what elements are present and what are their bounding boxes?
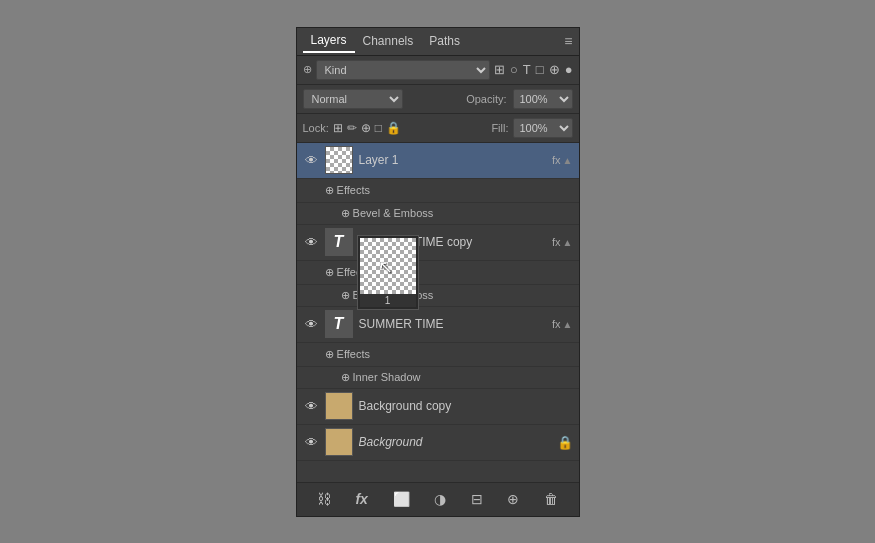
thumb-summer: T — [325, 310, 353, 338]
visibility-layer1[interactable]: 👁 — [303, 151, 321, 169]
thumb-summer-copy: T — [325, 228, 353, 256]
tab-channels[interactable]: Channels — [355, 30, 422, 52]
layers-list: 👁 Layer 1 fx ▲ ⊕ Effects ⊕ Bevel & Embos… — [297, 143, 579, 482]
filter-row: ⊕ Kind ⊞ ○ T □ ⊕ ● — [297, 56, 579, 85]
bevel-label-layer1: Bevel & Emboss — [353, 207, 434, 219]
layer-name-layer1: Layer 1 — [359, 153, 553, 167]
thumb-layer1 — [325, 146, 353, 174]
layer-name-bg-copy: Background copy — [359, 399, 573, 413]
effects-label-layer1: Effects — [337, 184, 370, 196]
delete-layer-icon[interactable]: 🗑 — [540, 489, 562, 509]
lock-icon-all[interactable]: 🔒 — [386, 121, 401, 135]
filter-icon-circle[interactable]: ○ — [510, 62, 518, 77]
effects-label-sc: Effects — [337, 266, 370, 278]
filter-icon-shape[interactable]: □ — [536, 62, 544, 77]
filter-icon-smart[interactable]: ● — [565, 62, 573, 77]
visibility-bg-copy[interactable]: 👁 — [303, 397, 321, 415]
fx-badge-summer: fx — [552, 318, 561, 330]
layer-item-bg-copy[interactable]: 👁 Background copy — [297, 389, 579, 425]
filter-kind-select[interactable]: Kind — [316, 60, 490, 80]
visibility-summer-copy[interactable]: 👁 — [303, 233, 321, 251]
layer-name-bg: Background — [359, 435, 557, 449]
fx-badge-layer1: fx — [552, 154, 561, 166]
inner-shadow-label: Inner Shadow — [353, 371, 421, 383]
tab-layers[interactable]: Layers — [303, 29, 355, 53]
layer-sub-innershadow-summer: ⊕ Inner Shadow — [297, 367, 579, 389]
filter-icon-grid[interactable]: ⊞ — [494, 62, 505, 77]
blend-mode-select[interactable]: Normal — [303, 89, 403, 109]
inner-shadow-icon: ⊕ — [341, 371, 350, 384]
fill-select[interactable]: 100% — [513, 118, 573, 138]
fill-label: Fill: — [491, 122, 508, 134]
filter-icon-adj[interactable]: ⊕ — [549, 62, 560, 77]
effects-label-s: Effects — [337, 348, 370, 360]
add-mask-icon[interactable]: ⬜ — [389, 489, 414, 509]
new-group-icon[interactable]: ⊟ — [467, 489, 487, 509]
filter-label: ⊕ — [303, 63, 312, 76]
panel-tabs: Layers Channels Paths ≡ — [297, 28, 579, 56]
add-fx-icon[interactable]: fx — [351, 489, 371, 509]
layer-sub-effects-layer1: ⊕ Effects — [297, 179, 579, 203]
layer-sub-effects-summer-copy: ⊕ Effects — [297, 261, 579, 285]
lock-badge-bg: 🔒 — [557, 435, 573, 450]
thumb-bg — [325, 428, 353, 456]
arrow-summer[interactable]: ▲ — [563, 319, 573, 330]
lock-icon-artboard[interactable]: □ — [375, 121, 382, 135]
tab-paths[interactable]: Paths — [421, 30, 468, 52]
layer-sub-bevel-summer-copy: ⊕ Bevel & Emboss — [297, 285, 579, 307]
add-adjustment-icon[interactable]: ◑ — [430, 489, 450, 509]
layer-sub-bevel-layer1: ⊕ Bevel & Emboss — [297, 203, 579, 225]
opacity-select[interactable]: 100% — [513, 89, 573, 109]
visibility-bg[interactable]: 👁 — [303, 433, 321, 451]
arrow-layer1[interactable]: ▲ — [563, 155, 573, 166]
new-layer-icon[interactable]: ⊕ — [503, 489, 523, 509]
layer-name-summer: SUMMER TIME — [359, 317, 553, 331]
layer-name-summer-copy: SUMMER TIME copy — [359, 235, 553, 249]
layer-item-layer1[interactable]: 👁 Layer 1 fx ▲ — [297, 143, 579, 179]
opacity-label: Opacity: — [466, 93, 506, 105]
bottom-bar: ⛓ fx ⬜ ◑ ⊟ ⊕ 🗑 — [297, 482, 579, 516]
lock-label: Lock: — [303, 122, 329, 134]
bevel-icon-layer1: ⊕ — [341, 207, 350, 220]
lock-icon-draw[interactable]: ✏ — [347, 121, 357, 135]
effects-icon-s: ⊕ — [325, 348, 334, 361]
layers-panel: Layers Channels Paths ≡ ⊕ Kind ⊞ ○ T □ ⊕… — [296, 27, 580, 517]
visibility-summer[interactable]: 👁 — [303, 315, 321, 333]
lock-row: Lock: ⊞ ✏ ⊕ □ 🔒 Fill: 100% — [297, 114, 579, 143]
bevel-label-sc: Bevel & Emboss — [353, 289, 434, 301]
filter-icon-text[interactable]: T — [523, 62, 531, 77]
arrow-summer-copy[interactable]: ▲ — [563, 237, 573, 248]
layer-item-bg[interactable]: 👁 Background 🔒 — [297, 425, 579, 461]
thumb-bg-copy — [325, 392, 353, 420]
layer-sub-effects-summer: ⊕ Effects — [297, 343, 579, 367]
lock-icon-move[interactable]: ⊕ — [361, 121, 371, 135]
fx-badge-summer-copy: fx — [552, 236, 561, 248]
effects-icon-sc: ⊕ — [325, 266, 334, 279]
effects-icon-layer1: ⊕ — [325, 184, 334, 197]
filter-icons: ⊞ ○ T □ ⊕ ● — [494, 62, 573, 77]
lock-icon-grid[interactable]: ⊞ — [333, 121, 343, 135]
layer-item-summer-copy[interactable]: 👁 T SUMMER TIME copy fx ▲ — [297, 225, 579, 261]
panel-menu-icon[interactable]: ≡ — [564, 33, 572, 49]
blend-row: Normal Opacity: 100% — [297, 85, 579, 114]
link-layers-icon[interactable]: ⛓ — [313, 489, 335, 509]
bevel-icon-sc: ⊕ — [341, 289, 350, 302]
layer-item-summer[interactable]: 👁 T SUMMER TIME fx ▲ — [297, 307, 579, 343]
